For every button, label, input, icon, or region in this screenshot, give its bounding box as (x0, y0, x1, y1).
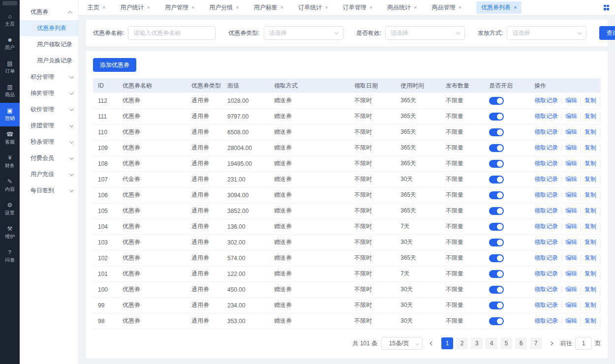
copy-link[interactable]: 复制 (581, 254, 596, 262)
claim-records-link[interactable]: 领取记录 (534, 128, 558, 136)
close-icon[interactable]: × (191, 4, 194, 10)
copy-link[interactable]: 复制 (581, 112, 596, 121)
submenu-item[interactable]: 积分管理 (20, 69, 78, 85)
close-icon[interactable]: × (459, 4, 461, 10)
edit-link[interactable]: 编辑 (561, 285, 577, 294)
claim-records-link[interactable]: 领取记录 (534, 112, 558, 121)
close-icon[interactable]: × (325, 4, 328, 10)
edit-link[interactable]: 编辑 (561, 222, 577, 231)
delete-link[interactable]: 删除 (600, 207, 601, 215)
delete-link[interactable]: 删除 (600, 222, 601, 231)
tab[interactable]: 商品管理 × (432, 1, 461, 14)
tab[interactable]: 用户分组 × (209, 1, 239, 14)
filter-input[interactable] (264, 26, 343, 40)
claim-records-link[interactable]: 领取记录 (534, 317, 558, 325)
page-number-button[interactable]: 4 (486, 337, 497, 349)
close-icon[interactable]: × (414, 4, 417, 10)
rail-item[interactable]: ⚙ 设置 (0, 197, 20, 221)
page-number-button[interactable]: 7 (530, 337, 542, 349)
edit-link[interactable]: 编辑 (561, 175, 577, 183)
rail-item[interactable]: ✎ 内容 (0, 174, 20, 197)
copy-link[interactable]: 复制 (581, 128, 596, 136)
edit-link[interactable]: 编辑 (561, 112, 577, 121)
page-size-select[interactable]: 15条/页 (381, 337, 423, 350)
delete-link[interactable]: 删除 (600, 128, 601, 136)
tab[interactable]: 订单统计 × (298, 1, 328, 14)
tab[interactable]: 用户管理 × (165, 1, 194, 14)
tab[interactable]: 商品统计 × (387, 1, 417, 14)
page-number-button[interactable]: 5 (500, 337, 512, 349)
copy-link[interactable]: 复制 (581, 96, 596, 105)
delete-link[interactable]: 删除 (600, 112, 601, 121)
page-number-button[interactable]: 6 (515, 337, 527, 349)
claim-records-link[interactable]: 领取记录 (534, 207, 558, 215)
submenu-item[interactable]: 每日签到 (20, 182, 78, 199)
search-button[interactable]: 查询 (599, 26, 615, 40)
edit-link[interactable]: 编辑 (561, 301, 577, 309)
filter-input[interactable] (128, 26, 215, 40)
tab[interactable]: 优惠券列表 × (476, 1, 522, 14)
close-icon[interactable]: × (236, 4, 239, 10)
copy-link[interactable]: 复制 (581, 144, 596, 152)
edit-link[interactable]: 编辑 (561, 317, 577, 325)
submenu-item[interactable]: 砍价管理 (20, 101, 78, 118)
close-icon[interactable]: × (514, 4, 517, 10)
enabled-toggle[interactable] (489, 144, 504, 152)
rail-item[interactable]: ▤ 订单 (0, 56, 20, 79)
claim-records-link[interactable]: 领取记录 (534, 222, 558, 231)
enabled-toggle[interactable] (489, 223, 504, 231)
submenu-item[interactable]: 拼团管理 (20, 118, 78, 134)
copy-link[interactable]: 复制 (581, 222, 596, 231)
enabled-toggle[interactable] (489, 254, 504, 262)
close-icon[interactable]: × (280, 4, 283, 10)
copy-link[interactable]: 复制 (581, 175, 596, 183)
next-page-button[interactable] (546, 337, 556, 350)
enabled-toggle[interactable] (489, 302, 504, 309)
delete-link[interactable]: 删除 (600, 191, 601, 199)
enabled-toggle[interactable] (489, 239, 504, 246)
add-coupon-button[interactable]: 添加优惠券 (93, 58, 136, 72)
enabled-toggle[interactable] (489, 113, 504, 121)
submenu-item[interactable]: 付费会员 (20, 150, 78, 166)
delete-link[interactable]: 删除 (600, 144, 601, 152)
claim-records-link[interactable]: 领取记录 (534, 96, 558, 105)
page-number-button[interactable]: 1 (441, 337, 453, 349)
edit-link[interactable]: 编辑 (561, 191, 577, 199)
tab[interactable]: 用户标签 × (254, 1, 283, 14)
rail-item[interactable]: ⚒ 维护 (0, 221, 20, 244)
rail-item[interactable]: ☎ 客服 (0, 126, 20, 150)
filter-input[interactable] (385, 26, 465, 40)
submenu-item[interactable]: 用户充值 (20, 166, 78, 182)
delete-link[interactable]: 删除 (600, 317, 601, 325)
claim-records-link[interactable]: 领取记录 (534, 144, 558, 152)
enabled-toggle[interactable] (489, 97, 504, 105)
delete-link[interactable]: 删除 (600, 301, 601, 309)
edit-link[interactable]: 编辑 (561, 128, 577, 136)
claim-records-link[interactable]: 领取记录 (534, 270, 558, 278)
delete-link[interactable]: 删除 (600, 159, 601, 168)
claim-records-link[interactable]: 领取记录 (534, 285, 558, 294)
enabled-toggle[interactable] (489, 191, 504, 199)
edit-link[interactable]: 编辑 (561, 270, 577, 278)
tab[interactable]: 订单管理 × (343, 1, 372, 14)
page-number-button[interactable]: 2 (456, 337, 468, 349)
submenu-item[interactable]: 用户兑换记录 (20, 53, 78, 69)
enabled-toggle[interactable] (489, 128, 504, 136)
submenu-item[interactable]: 秒杀管理 (20, 134, 78, 150)
enabled-toggle[interactable] (489, 317, 504, 325)
claim-records-link[interactable]: 领取记录 (534, 159, 558, 168)
copy-link[interactable]: 复制 (581, 270, 596, 278)
enabled-toggle[interactable] (489, 286, 504, 294)
enabled-toggle[interactable] (489, 270, 504, 278)
enabled-toggle[interactable] (489, 176, 504, 183)
rail-item[interactable]: ¥ 财务 (0, 150, 20, 174)
delete-link[interactable]: 删除 (600, 238, 601, 246)
delete-link[interactable]: 删除 (600, 175, 601, 183)
copy-link[interactable]: 复制 (581, 301, 596, 309)
close-icon[interactable]: × (369, 4, 372, 10)
rail-item[interactable]: ⌂ 主页 (0, 8, 20, 32)
claim-records-link[interactable]: 领取记录 (534, 238, 558, 246)
tab[interactable]: 主页 × (88, 1, 105, 14)
copy-link[interactable]: 复制 (581, 238, 596, 246)
grid-menu-icon[interactable] (604, 5, 609, 10)
